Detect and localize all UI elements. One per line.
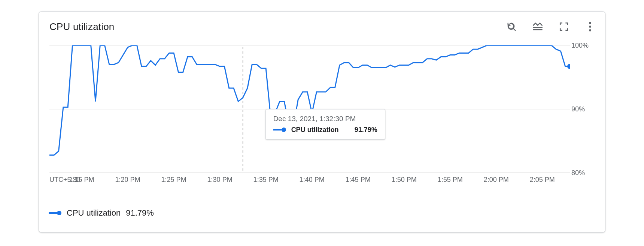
more-options-button[interactable] [583,20,597,33]
legend-series-name: CPU utilization [67,208,121,218]
chart-card: CPU utilization [39,11,605,232]
series-current-dot [567,64,570,69]
y-tick-label: 80% [571,169,585,177]
tooltip-swatch [273,128,286,132]
x-tick-label: 1:30 PM [207,176,233,184]
chart-legend[interactable]: CPU utilization 91.79% [49,208,597,218]
y-tick-label: 90% [571,105,585,113]
x-tick-label: 1:45 PM [346,176,371,184]
card-header: CPU utilization [49,12,597,42]
x-tick-label: 2:05 PM [530,176,555,184]
x-tick-label: 2:00 PM [484,176,509,184]
legend-swatch [49,211,61,215]
reset-zoom-button[interactable] [505,20,518,33]
x-tick-label: 1:35 PM [253,176,279,184]
x-axis-labels: UTC+5:30 1:15 PM1:20 PM1:25 PM1:30 PM1:3… [49,176,570,184]
tooltip-time: Dec 13, 2021, 1:32:30 PM [273,115,377,123]
x-tick-label: 1:15 PM [69,176,94,184]
plot-area-wrap: 100% 90% 80% UTC+5:30 1:15 PM1:20 PM1:25… [49,45,597,195]
fullscreen-icon [559,22,569,32]
chart-tooltip: Dec 13, 2021, 1:32:30 PM CPU utilization… [265,109,385,140]
chart-toolbar [505,20,597,33]
tooltip-value: 91.79% [355,126,377,134]
x-tick-label: 1:55 PM [438,176,463,184]
fullscreen-button[interactable] [557,20,571,33]
svg-line-1 [513,28,515,30]
svg-point-4 [589,22,591,24]
plot-area[interactable]: 100% 90% 80% UTC+5:30 1:15 PM1:20 PM1:25… [49,45,570,195]
svg-point-5 [589,26,591,28]
x-tick-label: 1:50 PM [392,176,417,184]
more-vert-icon [589,22,592,32]
legend-value: 91.79% [126,208,154,218]
reset-zoom-icon [506,21,517,32]
x-tick-label: 1:20 PM [115,176,140,184]
x-tick-label: 1:40 PM [300,176,325,184]
tooltip-series-name: CPU utilization [291,126,339,134]
legend-icon [532,21,543,32]
chart-title: CPU utilization [49,21,115,33]
x-tick-label: 1:25 PM [161,176,186,184]
y-tick-label: 100% [571,42,589,50]
legend-toggle-button[interactable] [531,20,544,33]
svg-point-6 [589,29,591,32]
y-axis-labels: 100% 90% 80% [571,45,598,173]
